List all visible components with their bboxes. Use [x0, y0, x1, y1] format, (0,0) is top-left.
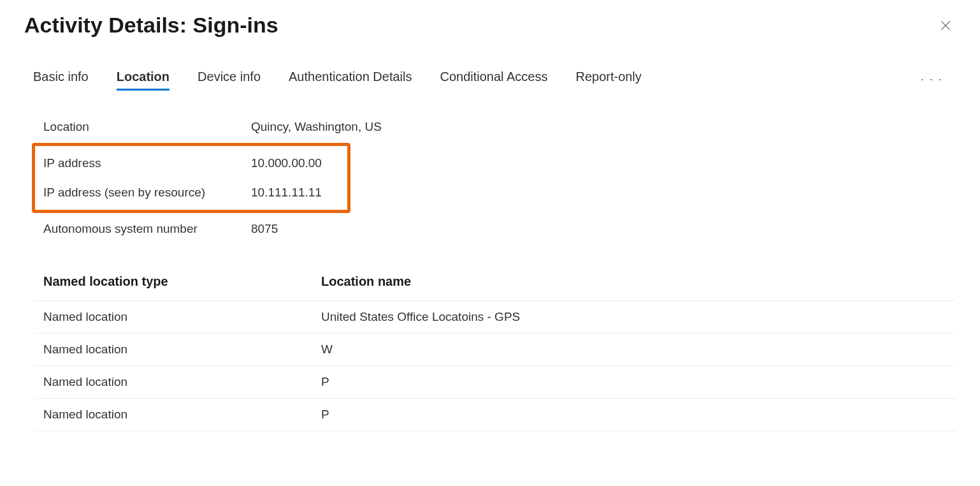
more-horizontal-icon: · · · — [921, 73, 943, 85]
cell-name: P — [312, 366, 956, 399]
table-row[interactable]: Named location W — [34, 334, 956, 366]
tab-location[interactable]: Location — [117, 70, 169, 89]
cell-name: W — [312, 334, 956, 366]
close-icon — [939, 19, 952, 32]
table-row[interactable]: Named location P — [34, 399, 956, 431]
table-row[interactable]: Named location P — [34, 366, 956, 399]
table-header-name[interactable]: Location name — [312, 265, 956, 301]
tab-device-info[interactable]: Device info — [198, 70, 261, 89]
detail-location: Location Quincy, Washington, US — [43, 111, 956, 143]
close-button[interactable] — [935, 15, 956, 36]
detail-ip-address: IP address 10.000.00.00 — [43, 149, 342, 178]
page-title: Activity Details: Sign-ins — [24, 13, 278, 38]
detail-ip-address-resource: IP address (seen by resource) 10.111.11.… — [43, 178, 342, 207]
detail-value: Quincy, Washington, US — [251, 120, 382, 134]
tab-conditional-access[interactable]: Conditional Access — [440, 70, 547, 89]
tab-basic-info[interactable]: Basic info — [33, 70, 89, 89]
detail-label: Location — [43, 120, 251, 134]
cell-type: Named location — [34, 334, 312, 366]
detail-label: IP address (seen by resource) — [43, 186, 251, 200]
cell-type: Named location — [34, 301, 312, 334]
cell-name: P — [312, 399, 956, 431]
location-details: Location Quincy, Washington, US IP addre… — [24, 111, 956, 431]
cell-type: Named location — [34, 399, 312, 431]
table-row[interactable]: Named location United States Office Loca… — [34, 301, 956, 334]
tab-report-only[interactable]: Report-only — [575, 70, 641, 89]
tabs: Basic info Location Device info Authenti… — [24, 70, 956, 89]
highlight-box: IP address 10.000.00.00 IP address (seen… — [32, 143, 350, 213]
detail-value: 10.000.00.00 — [251, 156, 322, 170]
table-header-type[interactable]: Named location type — [34, 265, 312, 301]
cell-type: Named location — [34, 366, 312, 399]
detail-label: IP address — [43, 156, 251, 170]
detail-value: 10.111.11.11 — [251, 186, 322, 200]
detail-asn: Autonomous system number 8075 — [43, 213, 956, 245]
tab-authentication-details[interactable]: Authentication Details — [289, 70, 412, 89]
cell-name: United States Office Locatoins - GPS — [312, 301, 956, 334]
tab-overflow-button[interactable]: · · · — [921, 73, 943, 86]
detail-label: Autonomous system number — [43, 222, 251, 236]
named-locations-table: Named location type Location name Named … — [34, 265, 956, 431]
detail-value: 8075 — [251, 222, 278, 236]
